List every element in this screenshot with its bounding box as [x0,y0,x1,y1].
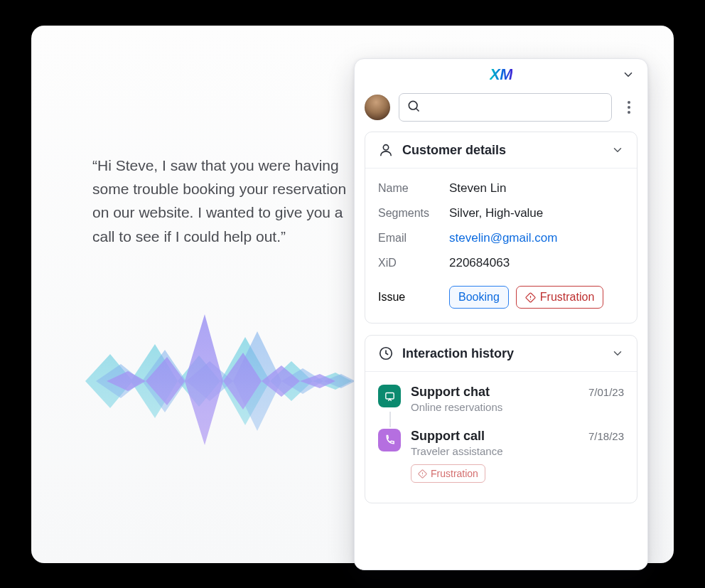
tag-frustration-label: Frustration [540,291,594,304]
svg-point-5 [383,145,388,150]
issue-row: Issue Booking Frustration [378,286,624,309]
xm-logo: XM [490,65,512,84]
search-input[interactable] [421,101,604,114]
chat-icon [378,385,401,407]
customer-details-header[interactable]: Customer details [365,132,637,169]
email-value[interactable]: stevelin@gmail.com [449,231,624,245]
warning-icon [418,469,427,479]
history-item-body: Support chat 7/01/23 Online reservations [411,385,624,413]
history-item-date: 7/18/23 [588,430,624,442]
name-label: Name [378,182,449,195]
customer-fields: Name Steven Lin Segments Silver, High-va… [378,181,624,270]
xid-label: XiD [378,257,449,269]
xm-panel: XM C [354,58,648,570]
svg-point-8 [530,299,531,299]
user-avatar[interactable] [365,95,390,120]
svg-point-4 [628,111,630,114]
xid-value: 220684063 [449,256,624,270]
history-item[interactable]: Support call 7/18/23 Traveler assistance… [378,429,624,498]
svg-point-3 [628,106,630,109]
search-icon [407,99,421,116]
chevron-down-icon [611,144,624,156]
history-item-body: Support call 7/18/23 Traveler assistance… [411,429,624,483]
svg-point-0 [409,101,417,109]
svg-point-13 [422,475,423,476]
segments-value: Silver, High-value [449,206,624,220]
search-box[interactable] [399,93,612,122]
svg-rect-10 [385,392,393,399]
history-item-subtitle: Online reservations [411,401,624,413]
person-icon [378,142,394,158]
svg-line-1 [416,109,419,112]
customer-details-title: Customer details [402,143,603,158]
history-item-title: Support chat [411,385,490,400]
issue-tags: Booking Frustration [449,286,624,309]
history-item-tags: Frustration [411,464,624,483]
audio-waveform-decorative [71,303,362,459]
card-stack: Customer details Name Steven Lin Segment… [355,132,647,503]
history-item-date: 7/01/23 [588,386,624,398]
chevron-down-icon [611,347,624,360]
canvas: “Hi Steve, I saw that you were having so… [31,26,674,563]
tag-frustration[interactable]: Frustration [516,286,603,309]
clock-icon [378,346,394,361]
history-item-title: Support call [411,429,485,444]
panel-header: XM [355,59,647,90]
phone-icon [378,429,401,451]
warning-icon [525,292,536,303]
interaction-history-card: Interaction history Support chat 7/01/23 [365,335,637,503]
email-label: Email [378,232,449,245]
interaction-history-title: Interaction history [402,346,603,361]
call-script-quote: “Hi Steve, I saw that you were having so… [92,154,348,248]
more-options-button[interactable] [620,96,637,119]
history-item-subtitle: Traveler assistance [411,445,624,457]
interaction-history-header[interactable]: Interaction history [365,336,637,372]
customer-details-card: Customer details Name Steven Lin Segment… [365,132,637,324]
interaction-history-body: Support chat 7/01/23 Online reservations [365,372,637,503]
quote-block: “Hi Steve, I saw that you were having so… [92,154,348,248]
tag-booking[interactable]: Booking [449,286,509,309]
segments-label: Segments [378,207,449,220]
tag-frustration-small: Frustration [411,464,485,483]
history-item[interactable]: Support chat 7/01/23 Online reservations [378,385,624,429]
svg-point-2 [628,101,630,104]
issue-label: Issue [378,291,449,304]
tag-frustration-small-label: Frustration [431,468,478,479]
collapse-panel-button[interactable] [622,68,635,81]
name-value: Steven Lin [449,181,624,196]
tag-booking-label: Booking [458,291,500,304]
customer-details-body: Name Steven Lin Segments Silver, High-va… [365,169,637,323]
search-row [355,90,647,132]
